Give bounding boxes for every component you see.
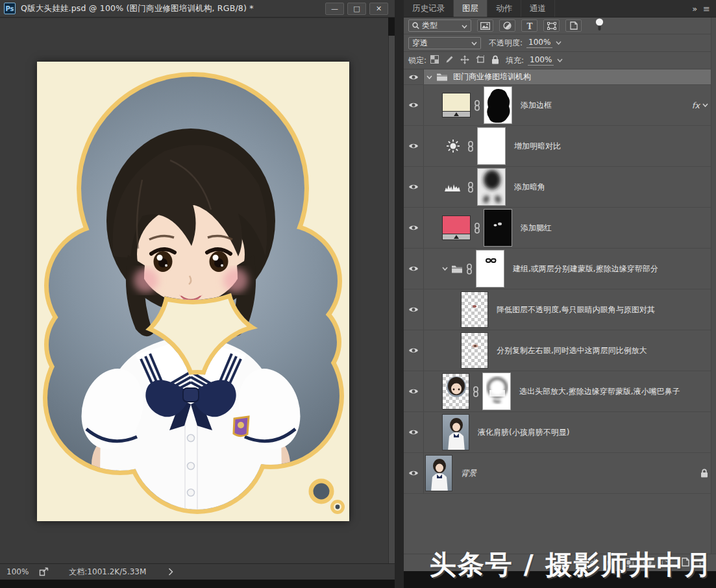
layer-name[interactable]: 添加暗角 <box>514 182 545 193</box>
opacity-value[interactable]: 100% <box>526 38 552 48</box>
zoom-level[interactable]: 100% <box>6 567 29 576</box>
tab-actions[interactable]: 动作 <box>488 0 521 17</box>
layer-mask-thumbnail[interactable] <box>477 127 506 165</box>
layer-name[interactable]: 分别复制左右眼,同时选中这两层同比例放大 <box>497 345 647 356</box>
layer-mask-thumbnail[interactable] <box>477 168 506 206</box>
layer-name[interactable]: 增加明暗对比 <box>514 141 561 152</box>
layer-name[interactable]: 背景 <box>461 468 476 479</box>
visibility-toggle[interactable] <box>404 69 424 84</box>
panel-scrollbar[interactable] <box>711 18 716 554</box>
filter-type-dropdown[interactable]: 类型 <box>408 19 471 32</box>
visibility-toggle[interactable] <box>404 289 424 330</box>
layer-name[interactable]: 降低图层不透明度,每只眼睛内眼角与原图对其 <box>497 304 655 315</box>
layer-mask-thumbnail[interactable] <box>484 209 512 247</box>
layer-name[interactable]: 添加腮红 <box>521 223 552 234</box>
layer-row[interactable]: 添加边框fx <box>404 85 716 126</box>
titlebar[interactable]: Ps Q版大头娃娃.psd @ 100% (图门商业修图培训机构, RGB/8)… <box>0 0 395 18</box>
opacity-label: 不透明度: <box>489 38 523 49</box>
visibility-toggle[interactable] <box>404 208 424 248</box>
folder-icon <box>451 265 463 273</box>
layer-row[interactable]: 选出头部放大,擦除边缘穿帮蒙版,液小嘴巴鼻子 <box>404 371 716 412</box>
lock-paint-icon[interactable] <box>445 55 454 66</box>
layer-row[interactable]: 增加明暗对比 <box>404 126 716 167</box>
visibility-toggle[interactable] <box>404 249 424 289</box>
workspace-divider <box>395 0 404 588</box>
chevron-down-icon <box>702 103 708 107</box>
chevron-down-icon <box>442 267 448 271</box>
fill-layer-thumbnail[interactable] <box>442 215 471 240</box>
visibility-toggle[interactable] <box>404 453 424 493</box>
eye-icon <box>408 74 419 80</box>
blend-mode-dropdown[interactable]: 穿透 <box>408 37 481 49</box>
minimize-button[interactable]: — <box>325 3 344 15</box>
visibility-toggle[interactable] <box>404 330 424 371</box>
visibility-toggle[interactable] <box>404 85 424 125</box>
filter-image-icon[interactable] <box>477 19 493 32</box>
group-header-main[interactable]: 图门商业修图培训机构 <box>424 69 716 84</box>
layer-thumbnail[interactable] <box>425 455 452 491</box>
layer-mask-thumbnail[interactable] <box>476 250 504 288</box>
filter-shape-icon[interactable] <box>543 19 560 32</box>
maximize-button[interactable]: □ <box>347 3 366 15</box>
layer-row[interactable]: 分别复制左右眼,同时选中这两层同比例放大 <box>404 330 716 371</box>
photoshop-logo: Ps <box>4 3 16 14</box>
fill-value[interactable]: 100% <box>528 55 554 66</box>
filter-pin-toggle[interactable] <box>595 18 604 34</box>
layer-row[interactable]: 添加腮红 <box>404 208 716 249</box>
layer-row[interactable]: 液化肩膀(小孩肩膀不明显) <box>404 412 716 453</box>
visibility-toggle[interactable] <box>404 126 424 166</box>
group-header-row[interactable]: 图门商业修图培训机构 <box>404 69 716 85</box>
layer-name[interactable]: 添加边框 <box>521 100 552 111</box>
filter-adjustment-icon[interactable] <box>499 19 515 32</box>
lock-transparency-icon[interactable] <box>430 55 439 66</box>
watermark-text: 头条号 / 摄影师井中月 <box>429 547 713 583</box>
visibility-toggle[interactable] <box>404 167 424 207</box>
visibility-toggle[interactable] <box>404 412 424 452</box>
layer-thumbnail[interactable] <box>442 373 469 410</box>
adjustment-layer-icon[interactable] <box>442 183 464 191</box>
panel-menu-icon[interactable]: ≡ <box>703 4 710 14</box>
layer-filter-row: 类型 T <box>404 18 716 34</box>
filter-type-icon[interactable]: T <box>521 19 537 32</box>
expand-collapse-icon[interactable] <box>442 267 448 271</box>
artboard[interactable] <box>37 62 349 521</box>
layer-thumbnail[interactable] <box>461 291 488 328</box>
fill-field[interactable]: 100% <box>528 55 563 66</box>
layer-thumbnail[interactable] <box>442 414 469 450</box>
fill-layer-thumbnail[interactable] <box>442 93 471 117</box>
eye-icon <box>408 143 419 149</box>
close-button[interactable]: ✕ <box>369 3 388 15</box>
lock-icon <box>700 469 708 478</box>
layer-row[interactable]: 背景 <box>404 453 716 494</box>
layer-name[interactable]: 液化肩膀(小孩肩膀不明显) <box>478 427 569 438</box>
expand-collapse-icon[interactable] <box>426 75 432 79</box>
canvas-area[interactable] <box>0 18 388 563</box>
layer-row[interactable]: 降低图层不透明度,每只眼睛内眼角与原图对其 <box>404 289 716 330</box>
filter-smart-object-icon[interactable] <box>565 19 582 32</box>
layers-list: 图门商业修图培训机构添加边框fx增加明暗对比添加暗角添加腮红建组,或两层分别建蒙… <box>404 69 716 554</box>
tab-layers[interactable]: 图层 <box>454 0 488 17</box>
window-controls: — □ ✕ <box>325 3 388 15</box>
link-icon <box>467 141 474 152</box>
collapse-panels-icon[interactable]: » <box>692 4 697 14</box>
canvas-vertical-scrollbar[interactable] <box>388 36 395 582</box>
opacity-field[interactable]: 100% <box>526 38 562 48</box>
lock-artboard-icon[interactable] <box>476 55 485 66</box>
statusbar: 100% 文档:1001.2K/5.33M <box>0 563 395 580</box>
layer-effects-badge[interactable]: fx <box>692 85 708 125</box>
tab-channels[interactable]: 通道 <box>521 0 555 17</box>
layer-thumbnail[interactable] <box>461 332 488 369</box>
layer-mask-thumbnail[interactable] <box>484 86 512 124</box>
export-icon[interactable] <box>39 567 49 576</box>
tab-history[interactable]: 历史记录 <box>404 0 454 17</box>
visibility-toggle[interactable] <box>404 371 424 411</box>
layer-row[interactable]: 添加暗角 <box>404 167 716 208</box>
layer-row[interactable]: 建组,或两层分别建蒙版,擦除边缘穿帮部分 <box>404 249 716 289</box>
lock-move-icon[interactable] <box>460 55 469 66</box>
adjustment-layer-icon[interactable] <box>442 139 464 153</box>
lock-all-icon[interactable] <box>491 55 499 66</box>
layer-mask-thumbnail[interactable] <box>482 373 511 410</box>
layer-name[interactable]: 建组,或两层分别建蒙版,擦除边缘穿帮部分 <box>513 263 658 275</box>
layer-name[interactable]: 选出头部放大,擦除边缘穿帮蒙版,液小嘴巴鼻子 <box>519 386 680 397</box>
status-expander-icon[interactable] <box>168 568 173 576</box>
